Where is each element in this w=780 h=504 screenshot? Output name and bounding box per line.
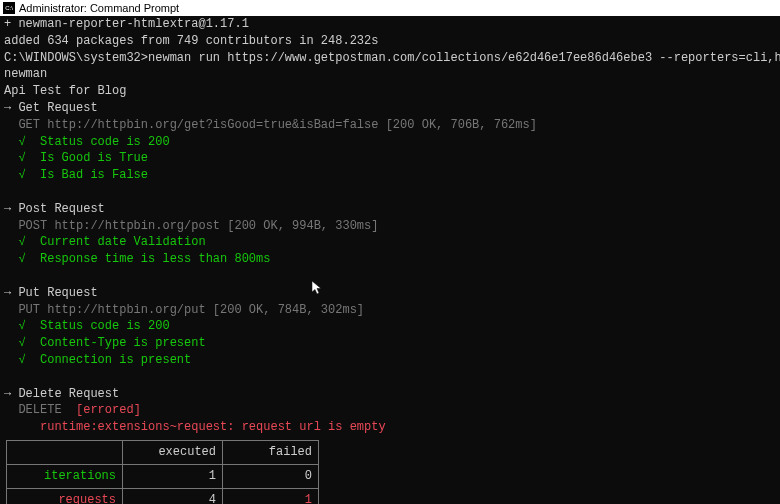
assertion-pass: √ Connection is present bbox=[4, 352, 776, 369]
cmd-icon bbox=[3, 2, 15, 14]
assertion-pass: √ Response time is less than 800ms bbox=[4, 251, 776, 268]
row-failed: 1 bbox=[223, 488, 319, 504]
results-table: executed failed iterations10requests41te… bbox=[6, 440, 319, 504]
request-line: GET http://httpbin.org/get?isGood=true&i… bbox=[4, 117, 776, 134]
request-line: DELETE [errored] bbox=[4, 402, 776, 419]
row-executed: 1 bbox=[123, 464, 223, 488]
output-line: added 634 packages from 749 contributors… bbox=[4, 33, 776, 50]
window-title-bar[interactable]: Administrator: Command Prompt bbox=[0, 0, 780, 16]
output-line: newman bbox=[4, 66, 776, 83]
assertion-pass: √ Current date Validation bbox=[4, 234, 776, 251]
request-title: → Put Request bbox=[4, 285, 776, 302]
assertion-pass: √ Status code is 200 bbox=[4, 134, 776, 151]
table-row: iterations10 bbox=[7, 464, 319, 488]
table-row: requests41 bbox=[7, 488, 319, 504]
terminal-output: + newman-reporter-htmlextra@1.17.1 added… bbox=[0, 16, 780, 504]
row-executed: 4 bbox=[123, 488, 223, 504]
row-label: iterations bbox=[7, 464, 123, 488]
collection-name: Api Test for Blog bbox=[4, 83, 776, 100]
request-title: → Get Request bbox=[4, 100, 776, 117]
assertion-pass: √ Status code is 200 bbox=[4, 318, 776, 335]
request-line: POST http://httpbin.org/post [200 OK, 99… bbox=[4, 218, 776, 235]
col-executed: executed bbox=[123, 440, 223, 464]
error-line: runtime:extensions~request: request url … bbox=[4, 419, 776, 436]
output-line: + newman-reporter-htmlextra@1.17.1 bbox=[4, 16, 776, 33]
assertion-pass: √ Is Bad is False bbox=[4, 167, 776, 184]
assertion-pass: √ Content-Type is present bbox=[4, 335, 776, 352]
row-failed: 0 bbox=[223, 464, 319, 488]
request-title: → Delete Request bbox=[4, 386, 776, 403]
prompt-line: C:\WINDOWS\system32>newman run https://w… bbox=[4, 50, 776, 67]
col-failed: failed bbox=[223, 440, 319, 464]
table-header: executed failed bbox=[7, 440, 319, 464]
row-label: requests bbox=[7, 488, 123, 504]
window-title: Administrator: Command Prompt bbox=[19, 2, 179, 14]
request-line: PUT http://httpbin.org/put [200 OK, 784B… bbox=[4, 302, 776, 319]
request-title: → Post Request bbox=[4, 201, 776, 218]
assertion-pass: √ Is Good is True bbox=[4, 150, 776, 167]
